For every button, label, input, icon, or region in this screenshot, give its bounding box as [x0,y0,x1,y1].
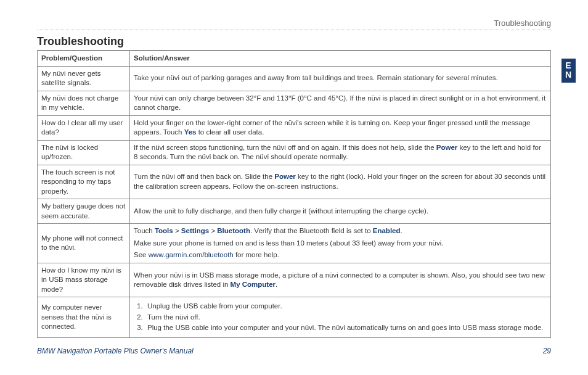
problem-cell: My nüvi does not charge in my vehicle. [38,91,130,115]
answer-text: to clear all user data. [196,128,264,136]
steps-list: Unplug the USB cable from your computer.… [145,301,547,334]
table-row: My battery gauge does not seem accurate.… [38,199,551,224]
answer-text: Turn the nüvi off and then back on. Slid… [134,173,274,180]
bold-term: Power [274,173,296,180]
problem-cell: My nüvi never gets satellite signals. [38,66,130,91]
table-row: How do I know my nüvi is in USB mass sto… [38,263,551,297]
bold-term: Settings [181,227,209,234]
footer-page-number: 29 [543,347,551,355]
footer-manual-title: BMW Navigation Portable Plus Owner's Man… [37,347,194,355]
answer-cell: If the nüvi screen stops functioning, tu… [130,140,551,165]
problem-cell: The touch screen is not responding to my… [38,165,130,199]
answer-cell: Hold your finger on the lower-right corn… [130,115,551,140]
manual-page: Troubleshooting Troubleshooting Problem/… [0,0,588,368]
table-row: How do I clear all my user data? Hold yo… [38,115,551,140]
answer-text: See [134,251,149,258]
problem-cell: The nüvi is locked up/frozen. [38,140,130,165]
answer-cell: Touch Tools > Settings > Bluetooth. Veri… [130,224,551,263]
table-row: The nüvi is locked up/frozen. If the nüv… [38,140,551,165]
step-item: Unplug the USB cable from your computer. [145,301,547,312]
answer-text: . [276,281,277,288]
bold-term: Tools [155,227,173,234]
answer-text: . [401,227,402,234]
bold-term: Yes [184,128,197,136]
answer-cell: Turn the nüvi off and then back on. Slid… [130,165,551,199]
table-row: My computer never senses that the nüvi i… [38,297,551,338]
table-row: The touch screen is not responding to my… [38,165,551,199]
table-row: My phone will not connect to the nüvi. T… [38,224,551,263]
answer-cell: Take your nüvi out of parking garages an… [130,66,551,91]
step-item: Turn the nüvi off. [145,312,547,323]
answer-text: Touch [134,227,155,234]
problem-cell: My battery gauge does not seem accurate. [38,199,130,224]
answer-text: for more help. [234,251,279,258]
running-header: Troubleshooting [37,19,551,30]
help-link[interactable]: www.garmin.com/bluetooth [149,251,234,258]
table-header-row: Problem/Question Solution/Answer [38,51,551,67]
answer-para: Touch Tools > Settings > Bluetooth. Veri… [134,226,547,236]
answer-text: . Verify that the Bluetooth field is set… [250,227,373,234]
problem-cell: How do I know my nüvi is in USB mass sto… [38,263,130,297]
answer-text: When your nüvi is in USB mass storage mo… [134,271,545,289]
header-problem: Problem/Question [38,51,130,67]
answer-para: See www.garmin.com/bluetooth for more he… [134,250,547,260]
bold-term: Bluetooth [217,227,250,234]
answer-cell: Your nüvi can only charge between 32°F a… [130,91,551,115]
answer-cell: Allow the unit to fully discharge, and t… [130,199,551,224]
bold-term: Power [436,144,458,151]
troubleshooting-table: Problem/Question Solution/Answer My nüvi… [37,51,551,338]
problem-cell: How do I clear all my user data? [38,115,130,140]
problem-cell: My phone will not connect to the nüvi. [38,224,130,263]
answer-cell: When your nüvi is in USB mass storage mo… [130,263,551,297]
page-footer: BMW Navigation Portable Plus Owner's Man… [37,347,551,355]
section-title: Troubleshooting [37,35,551,51]
table-row: My nüvi never gets satellite signals. Ta… [38,66,551,91]
step-item: Plug the USB cable into your computer an… [145,323,547,334]
table-row: My nüvi does not charge in my vehicle. Y… [38,91,551,115]
answer-text: > [173,227,181,234]
answer-cell: Unplug the USB cable from your computer.… [130,297,551,338]
header-answer: Solution/Answer [130,51,551,67]
problem-cell: My computer never senses that the nüvi i… [38,297,130,338]
answer-para: Make sure your phone is turned on and is… [134,239,547,249]
bold-term: My Computer [231,281,276,288]
answer-text: > [209,227,217,234]
bold-term: Enabled [373,227,401,234]
answer-text: If the nüvi screen stops functioning, tu… [134,144,436,151]
